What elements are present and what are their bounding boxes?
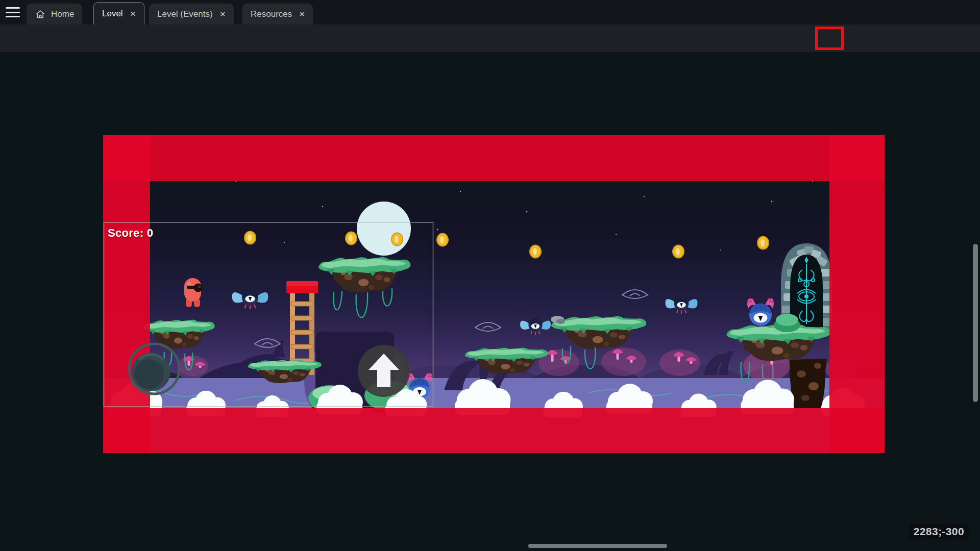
- cursor-coordinates-badge: 2283;-300: [909, 524, 969, 539]
- scene-canvas[interactable]: Score: 0: [0, 52, 980, 551]
- tab-label: Resources: [251, 9, 292, 19]
- menu-icon[interactable]: [5, 6, 20, 19]
- grass-mound: [774, 314, 800, 332]
- tab-bar: Home Level × Level (Events) × Resources …: [0, 0, 980, 24]
- tree-trunk: [790, 359, 827, 408]
- tab-home[interactable]: Home: [27, 4, 82, 24]
- home-icon: [35, 9, 46, 20]
- vertical-scrollbar[interactable]: [973, 244, 978, 402]
- tab-level[interactable]: Level ×: [93, 2, 144, 24]
- close-icon[interactable]: ×: [130, 9, 136, 18]
- close-icon[interactable]: ×: [220, 9, 226, 19]
- level-viewport[interactable]: Score: 0: [103, 135, 885, 453]
- annotation-highlight-box: [815, 27, 844, 50]
- jump-button[interactable]: [358, 345, 410, 397]
- tab-resources[interactable]: Resources ×: [242, 4, 313, 24]
- tab-label: Home: [51, 9, 74, 19]
- horizontal-scrollbar[interactable]: [528, 544, 667, 548]
- tab-level-events[interactable]: Level (Events) ×: [149, 4, 234, 24]
- game-scene: [103, 135, 885, 453]
- moon[interactable]: [357, 202, 411, 256]
- tab-label: Level (Events): [157, 9, 213, 19]
- close-icon[interactable]: ×: [299, 9, 305, 19]
- score-label[interactable]: Score: 0: [108, 227, 153, 240]
- tab-label: Level: [102, 9, 123, 19]
